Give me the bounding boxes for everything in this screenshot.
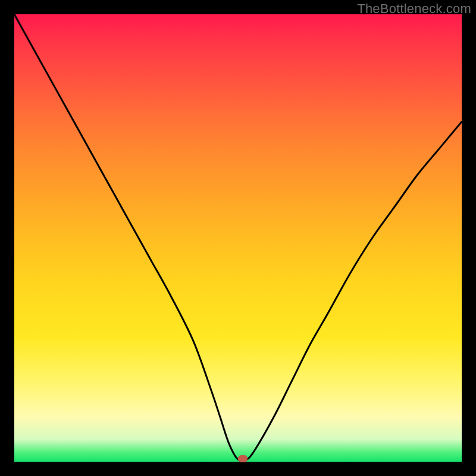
plot-area — [14, 14, 462, 462]
chart-frame: TheBottleneck.com — [0, 0, 476, 476]
optimal-point-marker — [238, 455, 248, 462]
bottleneck-curve — [14, 14, 462, 462]
